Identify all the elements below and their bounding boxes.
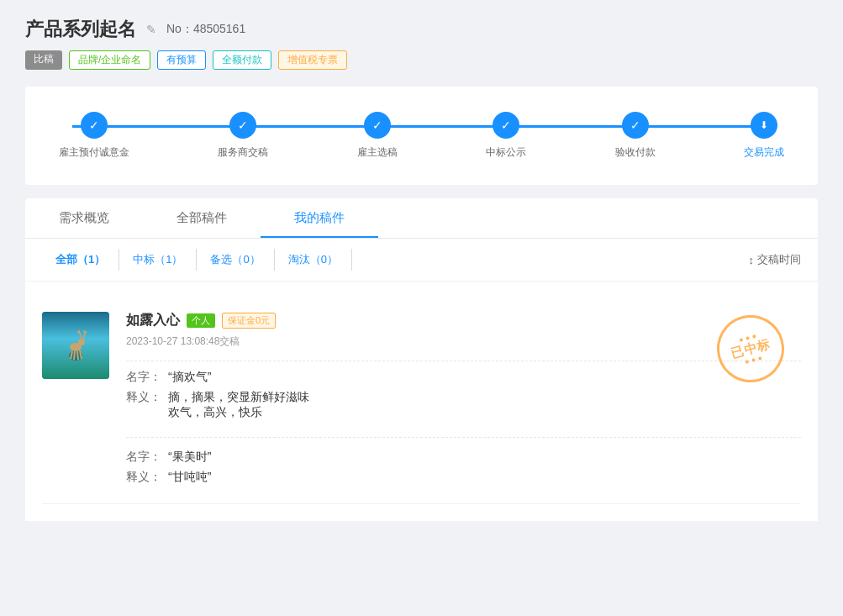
sort-icon: ↕ — [749, 254, 755, 266]
step-select-label: 雇主选稿 — [357, 145, 398, 160]
svg-line-4 — [74, 351, 75, 360]
entry-card: 如露入心 个人 保证金0元 2023-10-27 13:08:48交稿 名字： … — [42, 298, 801, 504]
step-complete-circle: ⬇ — [751, 112, 777, 139]
step-deposit-circle: ✓ — [81, 112, 108, 139]
dot2 — [746, 336, 750, 340]
meaning-row-1: 释义： 摘，摘果，突显新鲜好滋味 欢气，高兴，快乐 — [126, 390, 801, 420]
tab-overview[interactable]: 需求概览 — [25, 198, 143, 238]
meaning-label-1: 释义： — [126, 390, 161, 405]
tag-category: 品牌/企业命名 — [69, 50, 150, 70]
progress-line — [72, 125, 771, 128]
divider-2 — [126, 437, 801, 438]
dot1 — [739, 338, 743, 342]
sub-tabs-section: 全部（1） 中标（1） 备选（0） 淘汰（0） ↕ 交稿时间 — [25, 239, 818, 282]
subtab-all[interactable]: 全部（1） — [42, 249, 119, 271]
progress-section: ✓ 雇主预付诚意金 ✓ 服务商交稿 ✓ 雇主选稿 ✓ 中标公示 ✓ 验收付款 ⬇… — [25, 87, 818, 185]
tag-budget: 有预算 — [157, 50, 206, 70]
entry-title-row: 如露入心 个人 保证金0元 — [126, 312, 801, 329]
step-submit: ✓ 服务商交稿 — [218, 112, 268, 160]
page-wrapper: 产品系列起名 ✎ No：48505161 比稿 品牌/企业命名 有预算 全额付款… — [0, 0, 843, 616]
entry-name: 如露入心 — [126, 312, 180, 329]
step-submit-circle: ✓ — [229, 112, 256, 139]
badge-personal: 个人 — [187, 313, 215, 328]
step-submit-label: 服务商交稿 — [218, 145, 268, 160]
sort-button[interactable]: ↕ 交稿时间 — [749, 252, 802, 267]
svg-line-13 — [84, 330, 85, 334]
tag-invoice: 增值税专票 — [278, 50, 347, 70]
step-announce-label: 中标公示 — [486, 145, 526, 160]
step-accept-label: 验收付款 — [615, 145, 656, 160]
name-label-2: 名字： — [126, 450, 161, 465]
tabs-section: 需求概览 全部稿件 我的稿件 — [25, 198, 818, 239]
page-title: 产品系列起名 — [25, 17, 136, 42]
step-deposit-label: 雇主预付诚意金 — [59, 145, 129, 160]
progress-bar: ✓ 雇主预付诚意金 ✓ 服务商交稿 ✓ 雇主选稿 ✓ 中标公示 ✓ 验收付款 ⬇… — [59, 112, 784, 160]
subtab-alt[interactable]: 备选（0） — [197, 249, 274, 271]
name-row-2: 名字： “果美时” — [126, 450, 801, 465]
badge-deposit: 保证金0元 — [222, 313, 276, 329]
tag-payment: 全额付款 — [213, 50, 271, 70]
meaning-label-2: 释义： — [126, 470, 161, 485]
dot3 — [752, 334, 756, 338]
stamp: 已中标 — [709, 308, 792, 390]
no-text: No：48505161 — [166, 22, 245, 37]
tab-all[interactable]: 全部稿件 — [143, 198, 261, 238]
meaning-row-2: 释义： “甘吨吨” — [126, 470, 801, 485]
step-deposit: ✓ 雇主预付诚意金 — [59, 112, 129, 160]
stamp-wrapper: 已中标 — [717, 315, 784, 382]
name-value-1: “摘欢气” — [168, 370, 211, 385]
svg-line-11 — [83, 334, 85, 339]
step-select-circle: ✓ — [364, 112, 391, 139]
step-select: ✓ 雇主选稿 — [357, 112, 398, 160]
name-value-2: “果美时” — [168, 450, 211, 465]
meaning-value-2: “甘吨吨” — [168, 470, 211, 485]
step-accept-circle: ✓ — [622, 112, 649, 139]
deer-illustration — [59, 324, 92, 366]
dot6 — [758, 356, 762, 361]
subtab-win[interactable]: 中标（1） — [119, 249, 197, 271]
svg-line-8 — [80, 334, 82, 339]
name-row-1: 名字： “摘欢气” — [126, 370, 801, 385]
step-accept: ✓ 验收付款 — [615, 112, 656, 160]
content-section: 如露入心 个人 保证金0元 2023-10-27 13:08:48交稿 名字： … — [25, 282, 818, 521]
edit-icon[interactable]: ✎ — [146, 23, 156, 36]
name-label-1: 名字： — [126, 370, 161, 385]
step-announce: ✓ 中标公示 — [486, 112, 526, 160]
svg-line-5 — [77, 351, 78, 360]
meaning-value-1: 摘，摘果，突显新鲜好滋味 欢气，高兴，快乐 — [168, 390, 309, 420]
tabs-row: 需求概览 全部稿件 我的稿件 — [25, 198, 818, 239]
dot5 — [751, 358, 756, 362]
tab-mine[interactable]: 我的稿件 — [261, 198, 378, 238]
tags-row: 比稿 品牌/企业命名 有预算 全额付款 增值税专票 — [25, 50, 818, 70]
sort-label: 交稿时间 — [757, 252, 801, 267]
step-complete: ⬇ 交易完成 — [744, 112, 784, 160]
dot4 — [745, 360, 749, 364]
entry-image — [42, 312, 109, 379]
page-header: 产品系列起名 ✎ No：48505161 — [25, 17, 818, 42]
step-announce-circle: ✓ — [493, 112, 519, 139]
subtab-out[interactable]: 淘汰（0） — [275, 249, 352, 271]
tag-status: 比稿 — [25, 50, 62, 70]
entry-info: 如露入心 个人 保证金0元 2023-10-27 13:08:48交稿 名字： … — [126, 312, 801, 490]
entry-image-inner — [42, 312, 109, 379]
divider-1 — [126, 361, 801, 361]
entry-date: 2023-10-27 13:08:48交稿 — [126, 334, 801, 349]
step-complete-label: 交易完成 — [744, 145, 784, 160]
svg-line-10 — [79, 330, 80, 334]
